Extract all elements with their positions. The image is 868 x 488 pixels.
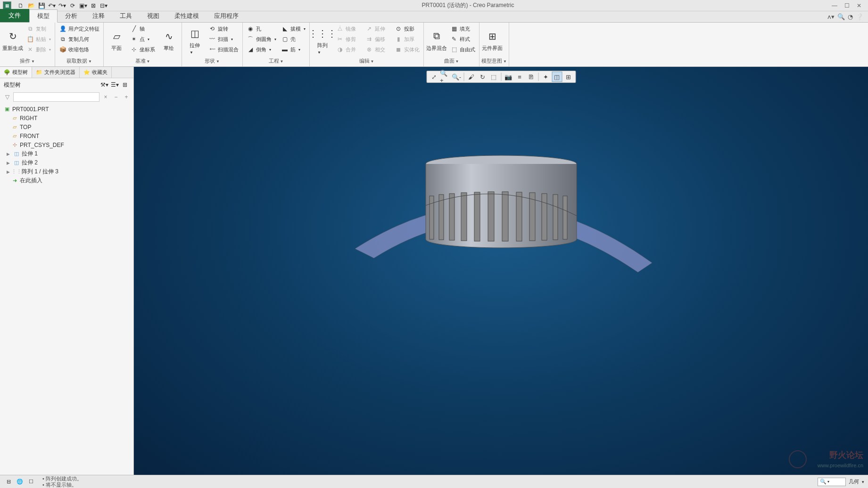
ribbon-btn[interactable]: ▱平面 bbox=[106, 24, 127, 57]
chevron-down-icon: ▼ bbox=[147, 59, 150, 64]
filter-icon[interactable]: ▽ bbox=[3, 93, 11, 101]
ribbon-btn[interactable]: 👤用户定义特征 bbox=[57, 24, 101, 34]
vbtn-persp[interactable]: ◫ bbox=[552, 72, 562, 82]
qat-regen[interactable]: ⟳ bbox=[68, 1, 77, 10]
status-msg-toggle[interactable]: ☐ bbox=[26, 477, 36, 487]
find-box[interactable]: 🔍▾ bbox=[818, 478, 846, 486]
ribbon-btn[interactable]: ╱轴 bbox=[128, 24, 157, 34]
vbtn-zoom-in[interactable]: 🔍+ bbox=[440, 72, 450, 82]
ribbon-group-label[interactable]: 获取数据▼ bbox=[57, 57, 101, 65]
filter-clear-icon[interactable]: × bbox=[101, 93, 110, 101]
view-sep bbox=[501, 73, 501, 81]
vbtn-orient[interactable]: ⬚ bbox=[488, 72, 499, 82]
tree-item[interactable]: ▱FRONT bbox=[1, 131, 132, 140]
ribbon-btn[interactable]: ◫拉伸▼ bbox=[184, 24, 206, 57]
filter-plus-icon[interactable]: + bbox=[122, 93, 131, 101]
ribbon-btn[interactable]: 📦收缩包络 bbox=[57, 44, 101, 55]
tab-annotate[interactable]: 注释 bbox=[85, 10, 112, 22]
ribbon-btn[interactable]: ↻重新生成 bbox=[2, 24, 24, 57]
ribbon-group-label[interactable]: 基准▼ bbox=[106, 57, 180, 65]
vbtn-zoom-out[interactable]: 🔍- bbox=[451, 72, 462, 82]
ribbon-btn[interactable]: ∿草绘 bbox=[158, 24, 180, 57]
close-button[interactable]: ✕ bbox=[855, 2, 863, 9]
ribbon-btn[interactable]: ◉孔 bbox=[245, 24, 278, 34]
tree-settings-button[interactable]: ⚒▾ bbox=[99, 80, 109, 89]
ribbon-btn[interactable]: ◢倒角▾ bbox=[245, 44, 278, 55]
expand-icon[interactable]: ▶ bbox=[7, 152, 11, 156]
graphics-viewport[interactable]: ⤢ 🔍+ 🔍- 🖌 ↻ ⬚ 📷 ≡ 🖹 ✦ ◫ ⊞ bbox=[134, 67, 868, 475]
tree-item[interactable]: ▱TOP bbox=[1, 122, 132, 131]
ribbon-btn[interactable]: ⊹坐标系 bbox=[128, 44, 157, 55]
ribbon-btn[interactable]: ⬚自由式 bbox=[448, 44, 477, 55]
ribbon-btn[interactable]: ⌒倒圆角▾ bbox=[245, 34, 278, 44]
help-icon[interactable]: ❔ bbox=[856, 13, 863, 20]
qat-save[interactable]: 💾 bbox=[37, 1, 46, 10]
tab-view[interactable]: 视图 bbox=[140, 10, 167, 22]
ribbon-group-label[interactable]: 形状▼ bbox=[184, 57, 240, 65]
ribbon-btn[interactable]: ⋮⋮⋮阵列▼ bbox=[312, 24, 333, 57]
tree-filter-input[interactable] bbox=[13, 92, 99, 102]
vbtn-refit[interactable]: ⤢ bbox=[429, 72, 439, 82]
vbtn-annot[interactable]: 🖹 bbox=[526, 72, 536, 82]
ribbon-btn[interactable]: ✎样式 bbox=[448, 34, 477, 44]
expand-icon[interactable]: ▶ bbox=[7, 170, 11, 174]
tree-show-button[interactable]: ☰▾ bbox=[110, 80, 119, 89]
ribbon-btn[interactable]: ▬筋▾ bbox=[279, 44, 307, 55]
sidetab-folder[interactable]: 📁文件夹浏览器 bbox=[32, 67, 80, 78]
tree-item[interactable]: ⊹PRT_CSYS_DEF bbox=[1, 140, 132, 149]
maximize-button[interactable]: ☐ bbox=[843, 2, 851, 9]
status-geom-dd[interactable]: ▾ bbox=[862, 480, 864, 484]
filter-minus-icon[interactable]: − bbox=[112, 93, 120, 101]
tree-item[interactable]: ▶⋮⋮阵列 1 / 拉伸 3 bbox=[1, 167, 132, 176]
ribbon-btn[interactable]: 〰扫描▾ bbox=[207, 34, 240, 44]
qat-close[interactable]: ⊠ bbox=[89, 1, 98, 10]
ribbon-group-label[interactable]: 编辑▼ bbox=[312, 57, 422, 65]
tree-display-button[interactable]: ⊞ bbox=[120, 80, 130, 89]
qat-windows[interactable]: ▣▾ bbox=[78, 1, 88, 10]
status-tree-toggle[interactable]: ⊟ bbox=[4, 477, 13, 487]
ribbon-btn[interactable]: ⊙投影 bbox=[393, 24, 422, 34]
tab-apps[interactable]: 应用程序 bbox=[207, 10, 246, 22]
tree-item[interactable]: ▶◫拉伸 1 bbox=[1, 149, 132, 158]
tab-model[interactable]: 模型 bbox=[29, 9, 58, 23]
tree-item[interactable]: ▶◫拉伸 2 bbox=[1, 158, 132, 167]
settings-icon[interactable]: ◔ bbox=[848, 13, 853, 20]
ribbon-btn[interactable]: ⧉边界混合 bbox=[426, 24, 447, 57]
ribbon-btn[interactable]: ▦填充 bbox=[448, 24, 477, 34]
ribbon-btn[interactable]: ✶点▾ bbox=[128, 34, 157, 44]
ribbon-group-label[interactable]: 操作▼ bbox=[2, 57, 53, 65]
tree-root[interactable]: ▣ PRT0001.PRT bbox=[1, 105, 132, 114]
ribbon-group-label[interactable]: 工程▼ bbox=[245, 57, 307, 65]
collapse-ribbon-icon[interactable]: ʌ▾ bbox=[827, 13, 835, 20]
qat-undo[interactable]: ↶▾ bbox=[47, 1, 57, 10]
qat-redo[interactable]: ↷▾ bbox=[58, 1, 67, 10]
ribbon-btn[interactable]: ⧉复制几何 bbox=[57, 34, 101, 44]
vbtn-render[interactable]: ✦ bbox=[540, 72, 551, 82]
minimize-button[interactable]: — bbox=[830, 2, 839, 9]
ribbon-group-label[interactable]: 模型意图▼ bbox=[481, 57, 507, 65]
qat-more[interactable]: ⊟▾ bbox=[99, 1, 108, 10]
ribbon-btn[interactable]: ◣拔模▾ bbox=[279, 24, 307, 34]
ribbon-btn[interactable]: ⊞元件界面 bbox=[481, 24, 503, 57]
tab-tools[interactable]: 工具 bbox=[112, 10, 140, 22]
tree-item[interactable]: ▱RIGHT bbox=[1, 114, 132, 122]
tree-item[interactable]: ➜在此插入 bbox=[1, 176, 132, 185]
tab-analysis[interactable]: 分析 bbox=[58, 10, 85, 22]
ribbon-btn[interactable]: ⬳扫描混合 bbox=[207, 44, 240, 55]
ribbon-btn[interactable]: ⟲旋转 bbox=[207, 24, 240, 34]
tab-file[interactable]: 文件 bbox=[0, 9, 29, 22]
status-browser-toggle[interactable]: 🌐 bbox=[15, 477, 25, 487]
ribbon-group-label[interactable]: 曲面▼ bbox=[426, 57, 477, 65]
vbtn-repaint[interactable]: 🖌 bbox=[466, 72, 476, 82]
sidetab-favorites[interactable]: ⭐收藏夹 bbox=[80, 67, 112, 78]
vbtn-wire[interactable]: ⊞ bbox=[563, 72, 573, 82]
tab-flex[interactable]: 柔性建模 bbox=[167, 10, 207, 22]
vbtn-spin[interactable]: ↻ bbox=[477, 72, 488, 82]
vbtn-saved-views[interactable]: 📷 bbox=[503, 72, 513, 82]
sidetab-model-tree[interactable]: 🌳模型树 bbox=[0, 67, 32, 78]
ribbon-btn-label: 壳 bbox=[290, 36, 296, 43]
expand-icon[interactable]: ▶ bbox=[7, 161, 11, 165]
ribbon-btn[interactable]: ▢壳 bbox=[279, 34, 307, 44]
search-icon[interactable]: 🔍 bbox=[837, 13, 845, 20]
vbtn-layers[interactable]: ≡ bbox=[514, 72, 525, 82]
